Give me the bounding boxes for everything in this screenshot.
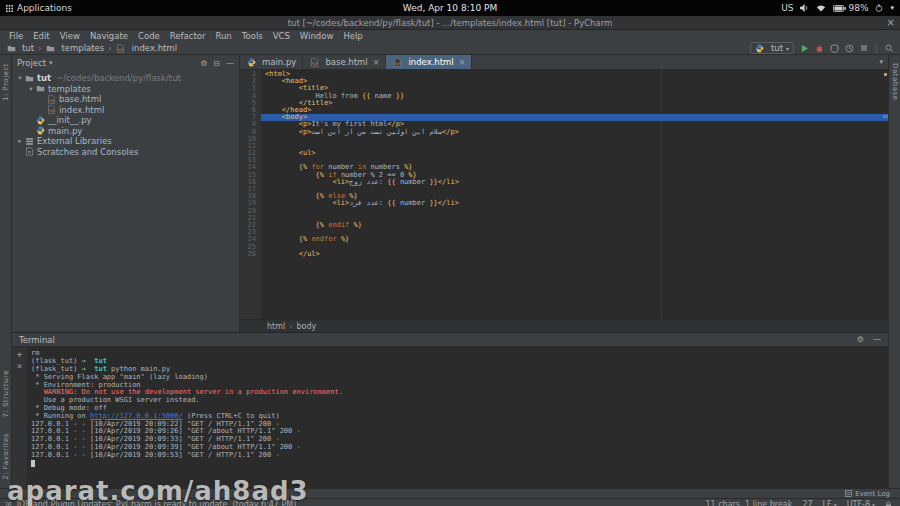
menu-file[interactable]: File	[4, 31, 28, 41]
code-text: <li>عدد فرد: {{ number }}</li>	[261, 200, 888, 207]
terminal-title[interactable]: Terminal	[19, 335, 55, 345]
chevron-down-icon[interactable]: ▾	[49, 59, 53, 67]
code-line-24[interactable]: 24 {% endfor %}	[240, 236, 888, 243]
encoding-indicator[interactable]: UTF-8 ▾	[847, 500, 875, 506]
breadcrumb-item-index-html[interactable]: <>index.html	[116, 43, 177, 53]
menu-edit[interactable]: Edit	[28, 31, 54, 41]
debug-button[interactable]	[815, 44, 824, 53]
html-file-icon: <>	[392, 57, 402, 67]
terminal-body[interactable]: + × rm(flask_tut) → tut(flask_tut) → tut…	[12, 347, 888, 488]
network-icon[interactable]	[816, 4, 826, 12]
folder-icon	[45, 43, 55, 53]
menu-window[interactable]: Window	[295, 31, 339, 41]
close-terminal-session-button[interactable]: ×	[17, 362, 22, 370]
project-panel-title[interactable]: Project	[17, 58, 46, 68]
chevron-down-icon[interactable]: ▾	[27, 85, 35, 93]
project-tree-item-index-html[interactable]: <>index.html	[12, 105, 239, 116]
settings-gear-icon[interactable]: ⚙	[200, 59, 207, 68]
window-close-button[interactable]: ×	[887, 16, 895, 29]
search-everywhere-icon[interactable]	[885, 44, 894, 53]
keyboard-layout-indicator[interactable]: US	[781, 3, 793, 13]
stop-button[interactable]	[860, 44, 868, 52]
tray-chevron-down-icon[interactable]: ▾	[890, 4, 894, 12]
project-tree-item-base-html[interactable]: <>base.html	[12, 94, 239, 105]
code-line-20[interactable]: 20	[240, 208, 888, 215]
activities-grid-icon[interactable]	[6, 5, 13, 12]
applications-menu[interactable]: Applications	[17, 3, 72, 13]
menu-navigate[interactable]: Navigate	[85, 31, 133, 41]
project-tree-item-tut[interactable]: ▾tut~/codes/backend/py/flask/tut	[12, 73, 239, 84]
run-button[interactable]	[800, 44, 809, 53]
run-coverage-button[interactable]	[830, 44, 839, 53]
close-tab-icon[interactable]: ×	[373, 58, 380, 67]
tree-item-label: tut	[37, 73, 51, 83]
code-line-12[interactable]: 12 <ul>	[240, 150, 888, 157]
system-clock[interactable]: Wed, Apr 10 8:10 PM	[403, 3, 497, 13]
code-line-25[interactable]: 25	[240, 244, 888, 251]
svg-text:<>: <>	[312, 60, 318, 65]
editor-tab-index-html[interactable]: <>index.html×	[386, 55, 472, 69]
menu-help[interactable]: Help	[338, 31, 367, 41]
code-text	[261, 208, 888, 215]
project-tree-item-templates[interactable]: ▾templates	[12, 84, 239, 95]
code-line-19[interactable]: 19 <li>عدد فرد: {{ number }}</li>	[240, 200, 888, 207]
volume-icon[interactable]	[800, 4, 809, 12]
tree-item-label: main.py	[48, 126, 82, 136]
editor-scrollbar[interactable]	[883, 70, 888, 319]
line-separator-indicator[interactable]: LF ▾	[823, 500, 837, 506]
terminal-session-toolbar: + ×	[12, 347, 27, 488]
lock-icon[interactable]	[885, 501, 892, 506]
editor-tab-main-py[interactable]: main.py	[240, 55, 303, 69]
code-line-4[interactable]: 4 Hello from {{ name }}	[240, 93, 888, 100]
code-line-11[interactable]: 11	[240, 143, 888, 150]
tab-list-chevron-icon[interactable]: ▾	[874, 55, 888, 69]
project-tree-item-external-libraries[interactable]: ▸External Libraries	[12, 136, 239, 147]
collapse-all-icon[interactable]: ⊟	[213, 59, 220, 68]
chevron-down-icon[interactable]: ▾	[16, 74, 24, 82]
code-line-5[interactable]: 5 </title>	[240, 100, 888, 107]
breadcrumb-item-templates[interactable]: templates	[45, 43, 104, 53]
menu-view[interactable]: View	[55, 31, 85, 41]
menu-vcs[interactable]: VCS	[268, 31, 295, 41]
code-editor[interactable]: 1<html>2 <head>3 <title>4 Hello from {{ …	[240, 70, 888, 319]
tool-stripe-button-database[interactable]: Database	[891, 55, 899, 108]
tool-stripe-button-7-structure[interactable]: 7: Structure	[2, 362, 10, 426]
python-file-icon	[35, 115, 45, 125]
code-line-2[interactable]: 2 <head>	[240, 78, 888, 85]
editor-tab-base-html[interactable]: <>base.html×	[303, 55, 386, 69]
editor-breadcrumb-html[interactable]: html	[267, 322, 285, 331]
caret-position[interactable]: 27	[802, 500, 812, 506]
new-terminal-session-button[interactable]: +	[17, 350, 22, 358]
project-tree-item-__init__-py[interactable]: __init__.py	[12, 115, 239, 126]
code-line-22[interactable]: 22 {% endif %}	[240, 222, 888, 229]
terminal-settings-gear-icon[interactable]: ⚙	[857, 335, 864, 344]
code-line-16[interactable]: 16 <li>عدد زوج: {{ number }}</li>	[240, 179, 888, 186]
tree-item-label: base.html	[59, 94, 101, 104]
code-line-26[interactable]: 26 </ul>	[240, 251, 888, 258]
navigation-bar: tut›templates›<>index.html tut ▾	[0, 42, 900, 55]
code-line-1[interactable]: 1<html>	[240, 71, 888, 78]
code-line-9[interactable]: 9 <p>سلام این اولین تست من از این است</p…	[240, 129, 888, 136]
menu-refactor[interactable]: Refactor	[165, 31, 211, 41]
run-configuration-selector[interactable]: tut ▾	[750, 42, 794, 54]
editor-breadcrumb-body[interactable]: body	[296, 322, 316, 331]
power-icon[interactable]	[875, 4, 883, 12]
project-tree-item-main-py[interactable]: main.py	[12, 126, 239, 137]
menu-tools[interactable]: Tools	[237, 31, 268, 41]
battery-icon[interactable]: 98%	[833, 3, 868, 13]
close-tab-icon[interactable]: ×	[459, 58, 466, 67]
hide-panel-icon[interactable]: —	[226, 59, 234, 68]
chevron-down-icon: ▾	[786, 45, 789, 52]
event-log-button[interactable]: Event Log	[845, 490, 890, 498]
code-line-10[interactable]: 10	[240, 136, 888, 143]
code-line-6[interactable]: 6 </head>	[240, 107, 888, 114]
tool-stripe-button-1-project[interactable]: 1: Project	[2, 55, 10, 109]
project-tree-item-scratches-and-consoles[interactable]: Scratches and Consoles	[12, 147, 239, 158]
menu-code[interactable]: Code	[133, 31, 165, 41]
terminal-minimize-icon[interactable]: —	[873, 335, 881, 344]
chevron-right-icon[interactable]: ▸	[16, 137, 24, 145]
menu-run[interactable]: Run	[210, 31, 236, 41]
chevron-down-icon: ▾	[872, 501, 875, 506]
profiler-button[interactable]	[845, 44, 854, 53]
breadcrumb-item-tut[interactable]: tut	[6, 43, 34, 53]
